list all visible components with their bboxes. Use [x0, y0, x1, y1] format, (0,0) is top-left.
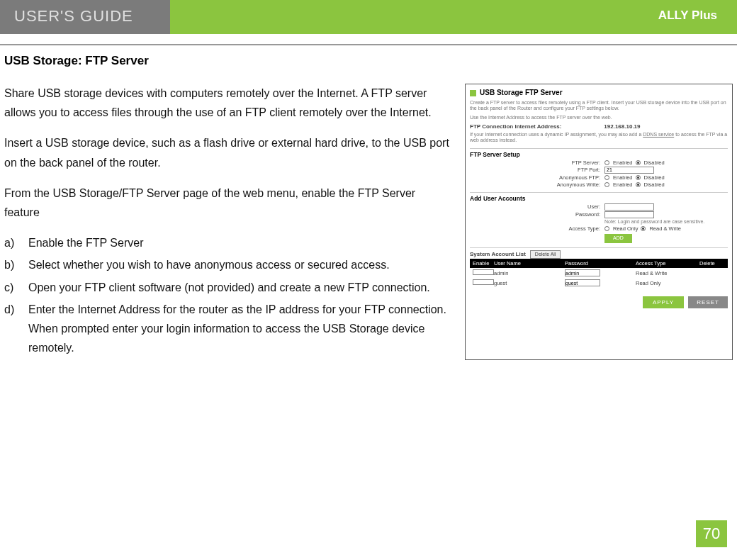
ss-addr-note: If your Internet connection uses a dynam… — [470, 132, 728, 144]
ss-note: Note: Login and password are case sensit… — [604, 219, 728, 225]
user-input[interactable] — [604, 203, 654, 211]
paragraph-1: Share USB storage devices with computers… — [4, 84, 454, 122]
title-dot-icon — [470, 90, 476, 96]
row-user: User: — [548, 203, 728, 211]
row-pass-input[interactable] — [565, 279, 600, 286]
paragraph-3: From the USB Storage/FTP Server page of … — [4, 184, 454, 222]
anon-ftp-disabled-radio[interactable] — [636, 175, 641, 180]
ftp-server-enabled-radio[interactable] — [604, 160, 609, 165]
anon-write-enabled-radio[interactable] — [604, 182, 609, 187]
ss-setup-head: FTP Server Setup — [470, 148, 728, 158]
row-anon-write: Anonymous Write: Enabled Disabled — [548, 181, 728, 188]
row-pass-input[interactable] — [565, 269, 600, 276]
ss-footer: APPLY RESET — [470, 299, 728, 306]
step-c: c)Open your FTP client software (not pro… — [4, 278, 454, 297]
reset-button[interactable]: RESET — [688, 296, 728, 308]
row-anon-ftp: Anonymous FTP: Enabled Disabled — [548, 174, 728, 181]
ss-title: USB Storage FTP Server — [470, 89, 728, 97]
apply-button[interactable]: APPLY — [643, 296, 684, 308]
access-readonly-radio[interactable] — [604, 226, 609, 231]
steps-list: a)Enable the FTP Server b)Select whether… — [4, 233, 454, 357]
password-input[interactable] — [604, 211, 654, 218]
table-row: admin Read & Write — [470, 268, 728, 278]
anon-ftp-enabled-radio[interactable] — [604, 175, 609, 180]
delete-all-button[interactable]: Delete All — [530, 250, 561, 259]
row-password: Password: — [548, 211, 728, 218]
ftp-server-disabled-radio[interactable] — [636, 160, 641, 165]
row-ftp-port: FTP Port: — [548, 167, 728, 174]
ddns-link[interactable]: DDNS service — [643, 132, 674, 137]
page-number: 70 — [696, 520, 727, 547]
ss-desc-2: Use the Internet Address to access the F… — [470, 115, 728, 121]
ftp-address-value: 192.168.10.19 — [604, 123, 640, 130]
add-button[interactable]: ADD — [604, 234, 632, 242]
ftp-port-input[interactable] — [604, 167, 654, 174]
paragraph-2: Insert a USB storage device, such as a f… — [4, 133, 454, 172]
step-d: d)Enter the Internet Address for the rou… — [4, 300, 454, 358]
ftp-address-row: FTP Connection Internet Address: 192.168… — [470, 123, 728, 130]
enable-checkbox[interactable] — [473, 279, 494, 285]
ss-sys-head: System Account List Delete All — [470, 247, 728, 259]
product-name: ALLY Plus — [170, 0, 737, 34]
account-table-head: Enable User Name Password Access Type De… — [470, 259, 728, 268]
section-title: USB Storage: FTP Server — [4, 54, 733, 68]
step-b: b)Select whether you wish to have anonym… — [4, 255, 454, 274]
row-ftp-server: FTP Server: Enabled Disabled — [548, 159, 728, 166]
table-row: guest Read Only — [470, 278, 728, 288]
anon-write-disabled-radio[interactable] — [636, 182, 641, 187]
body-text: Share USB storage devices with computers… — [4, 84, 454, 360]
guide-title: USER'S GUIDE — [0, 0, 170, 34]
config-screenshot: USB Storage FTP Server Create a FTP serv… — [465, 84, 733, 360]
enable-checkbox[interactable] — [473, 269, 494, 275]
header: USER'S GUIDE ALLY Plus — [0, 0, 737, 34]
content: USB Storage: FTP Server Share USB storag… — [0, 54, 737, 360]
ss-desc-1: Create a FTP server to access files remo… — [470, 100, 728, 112]
row-access-type: Access Type: Read Only Read & Write — [548, 225, 728, 232]
ss-add-head: Add User Accounts — [470, 192, 728, 202]
access-readwrite-radio[interactable] — [641, 226, 646, 231]
step-a: a)Enable the FTP Server — [4, 233, 454, 252]
divider — [0, 44, 737, 45]
